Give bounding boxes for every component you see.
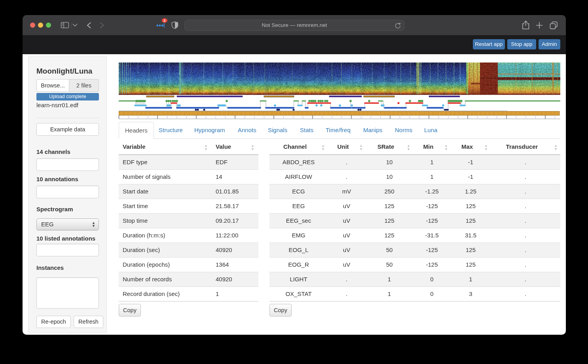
svg-text:2: 2 [163,18,165,23]
